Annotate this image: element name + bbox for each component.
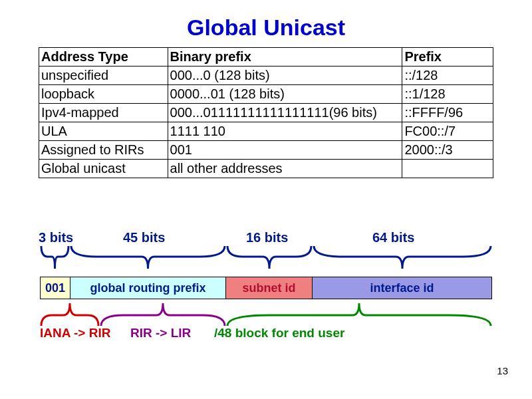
- table-header-row: Address Type Binary prefix Prefix: [39, 48, 493, 66]
- table-row: Ipv4-mapped 000...01111111111111111(96 b…: [39, 104, 493, 122]
- slide: Global Unicast Address Type Binary prefi…: [0, 0, 532, 399]
- table-row: ULA 1111 110 FC00::/7: [39, 122, 493, 141]
- table-cell: 000...0 (128 bits): [168, 66, 402, 85]
- table-cell: ULA: [39, 122, 168, 141]
- table-cell: Ipv4-mapped: [39, 104, 168, 122]
- table-cell: all other addresses: [168, 160, 402, 178]
- allocation-label: RIR -> LIR: [130, 326, 191, 340]
- table-header: Address Type: [39, 48, 168, 66]
- brace-icon: [226, 245, 313, 271]
- segment-interface-id: interface id: [313, 277, 491, 299]
- allocation-label: /48 block for end user: [214, 326, 344, 340]
- bits-label: 3 bits: [39, 230, 73, 245]
- brace-icon: [313, 245, 492, 271]
- table-cell: 0000...01 (128 bits): [168, 85, 402, 104]
- bits-label: 16 bits: [246, 230, 288, 245]
- allocation-label: IANA -> RIR: [40, 326, 110, 340]
- address-format-diagram: 3 bits 45 bits 16 bits 64 bits 001 globa…: [40, 230, 492, 363]
- segment-subnet-id: subnet id: [226, 277, 313, 299]
- table-row: Assigned to RIRs 001 2000::/3: [39, 141, 493, 160]
- segment-format-prefix: 001: [41, 277, 70, 299]
- table-row: Global unicast all other addresses: [39, 160, 493, 178]
- table-cell: 001: [168, 141, 402, 160]
- brace-icon: [100, 301, 226, 327]
- table-cell: ::/128: [402, 66, 493, 85]
- table-row: unspecified 000...0 (128 bits) ::/128: [39, 66, 493, 85]
- segment-global-routing: global routing prefix: [70, 277, 226, 299]
- table-header: Prefix: [402, 48, 493, 66]
- page-number: 13: [497, 365, 508, 376]
- brace-icon: [40, 301, 100, 327]
- table-cell: 000...01111111111111111(96 bits): [168, 104, 402, 122]
- brace-icon: [226, 301, 492, 327]
- brace-icon: [40, 245, 70, 271]
- table-cell: FC00::/7: [402, 122, 493, 141]
- table-cell: 1111 110: [168, 122, 402, 141]
- bits-label: 45 bits: [123, 230, 165, 245]
- table-cell: Assigned to RIRs: [39, 141, 168, 160]
- table-header: Binary prefix: [168, 48, 402, 66]
- table-cell: loopback: [39, 85, 168, 104]
- bits-label: 64 bits: [372, 230, 414, 245]
- table-cell: Global unicast: [39, 160, 168, 178]
- address-table: Address Type Binary prefix Prefix unspec…: [39, 47, 493, 178]
- table-cell: unspecified: [39, 66, 168, 85]
- table-row: loopback 0000...01 (128 bits) ::1/128: [39, 85, 493, 104]
- table-cell: [402, 160, 493, 178]
- brace-icon: [70, 245, 226, 271]
- table-cell: ::FFFF/96: [402, 104, 493, 122]
- table-cell: 2000::/3: [402, 141, 493, 160]
- address-bar: 001 global routing prefix subnet id inte…: [40, 277, 492, 299]
- table-cell: ::1/128: [402, 85, 493, 104]
- page-title: Global Unicast: [0, 0, 532, 47]
